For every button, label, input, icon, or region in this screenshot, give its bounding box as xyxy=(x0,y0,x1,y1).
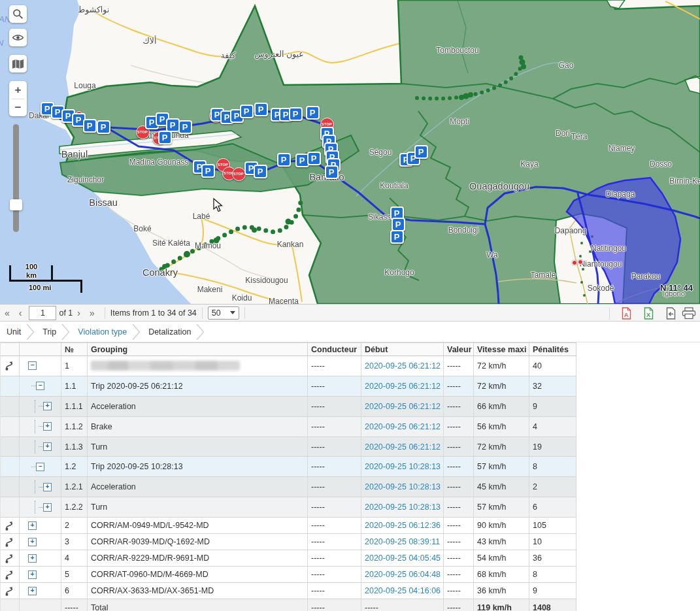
page-size-select[interactable]: 50 xyxy=(208,306,239,320)
last-page-button[interactable]: » xyxy=(85,308,99,318)
zoom-in-button[interactable]: + xyxy=(9,81,27,99)
map-geography xyxy=(0,0,700,304)
parking-marker[interactable]: P xyxy=(390,230,404,244)
start-date-link[interactable]: 2020-09-25 06:21:12 xyxy=(365,382,441,391)
parking-marker[interactable]: P xyxy=(240,105,254,118)
start-date-link[interactable]: 2020-09-25 06:21:12 xyxy=(365,422,441,431)
header-vitesse[interactable]: Vitesse maxi xyxy=(474,343,529,355)
parking-marker[interactable]: P xyxy=(178,120,192,134)
header-grouping[interactable]: Grouping xyxy=(88,343,308,355)
pdf-export-button[interactable]: A xyxy=(615,305,637,322)
parking-marker[interactable]: P xyxy=(307,152,321,165)
header-valeur[interactable]: Valeur xyxy=(444,343,474,355)
start-date-link[interactable]: 2020-09-25 08:39:11 xyxy=(365,537,440,546)
table-row[interactable]: +1.1.1Acceleration-----2020-09-25 06:21:… xyxy=(1,397,576,417)
table-row[interactable]: +5CORR/AT-0960-MD/M-4669-MD-----2020-09-… xyxy=(1,567,576,583)
header-penalites[interactable]: Pénalités xyxy=(529,343,576,355)
page-number-input[interactable] xyxy=(29,306,56,320)
zoom-out-button[interactable]: − xyxy=(9,99,27,117)
table-row[interactable]: +2CORR/AM-0949-MD/L-9542-MD-----2020-09-… xyxy=(1,518,576,534)
row-icon-cell xyxy=(1,518,20,533)
map-layers-button[interactable] xyxy=(9,55,27,73)
header-num[interactable]: № xyxy=(61,343,88,355)
parking-marker[interactable]: P xyxy=(254,103,268,116)
redacted-unit-name xyxy=(91,361,240,371)
table-row[interactable]: −1.1Trip 2020-09-25 06:21:12-----2020-09… xyxy=(1,376,576,397)
parking-marker[interactable]: P xyxy=(306,106,320,120)
parking-marker[interactable]: P xyxy=(392,218,405,231)
table-row[interactable]: +1.2.1Acceleration-----2020-09-25 10:28:… xyxy=(1,477,576,497)
svg-text:X: X xyxy=(646,312,650,318)
start-date-link[interactable]: 2020-09-25 06:12:36 xyxy=(365,521,441,530)
parking-marker[interactable]: P xyxy=(277,153,291,167)
items-range-label: Items from 1 to 34 of 34 xyxy=(110,308,197,318)
start-date-link[interactable]: 2020-09-25 06:21:12 xyxy=(365,442,441,452)
map-search-button[interactable] xyxy=(9,5,27,23)
table-row[interactable]: −1-----2020-09-25 06:21:12-----72 km/h40 xyxy=(1,356,576,376)
table-row[interactable]: −1.2Trip 2020-09-25 10:28:13-----2020-09… xyxy=(1,457,576,477)
parking-marker[interactable]: P xyxy=(201,164,215,178)
parking-marker[interactable]: P xyxy=(158,131,172,144)
row-vitesse: 66 km/h xyxy=(474,397,529,416)
first-page-button[interactable]: « xyxy=(0,308,14,318)
tab-unit[interactable]: Unit xyxy=(0,327,25,337)
expand-toggle[interactable]: + xyxy=(43,422,52,431)
expand-toggle[interactable]: + xyxy=(43,442,52,451)
expand-toggle[interactable]: + xyxy=(28,587,37,595)
parking-marker[interactable]: P xyxy=(97,120,110,134)
start-date-link[interactable]: 2020-09-25 10:28:13 xyxy=(365,462,441,471)
red-dot-marker[interactable] xyxy=(578,259,583,265)
expand-toggle[interactable]: − xyxy=(36,463,44,471)
table-row[interactable]: +1.1.3Turn-----2020-09-25 06:21:12-----7… xyxy=(1,437,576,457)
row-number: 3 xyxy=(61,534,88,550)
row-conducteur: ----- xyxy=(308,477,361,497)
parking-marker[interactable]: P xyxy=(83,119,97,133)
expand-toggle[interactable]: + xyxy=(43,503,52,512)
expand-toggle[interactable]: + xyxy=(28,538,37,546)
red-dot-marker[interactable] xyxy=(572,260,577,265)
zoom-slider-handle[interactable] xyxy=(10,199,22,210)
table-row[interactable]: +1.1.2Brake-----2020-09-25 06:21:12-----… xyxy=(1,417,576,437)
parking-marker[interactable]: P xyxy=(254,165,267,178)
zoom-slider[interactable] xyxy=(13,124,19,232)
map-canvas[interactable]: نواكشوطألاككيفةعيون العتروسTombouctouGao… xyxy=(0,0,700,304)
expand-toggle[interactable]: + xyxy=(28,570,37,579)
start-date-link[interactable]: 2020-09-25 04:05:45 xyxy=(365,553,441,563)
start-date-link[interactable]: 2020-09-25 06:21:12 xyxy=(365,402,441,411)
stop-violation-marker[interactable]: STOP xyxy=(232,167,246,181)
row-penalites: 19 xyxy=(529,437,576,457)
expand-toggle[interactable]: − xyxy=(36,382,44,390)
row-vitesse: 72 km/h xyxy=(474,437,529,457)
export-file-button[interactable] xyxy=(659,305,682,322)
parking-marker[interactable]: P xyxy=(289,107,303,121)
start-date-link[interactable]: 2020-09-25 04:16:06 xyxy=(365,586,441,595)
map-visibility-button[interactable] xyxy=(9,29,27,46)
table-row[interactable]: +3CORR/AR-9039-MD/Q-1692-MD-----2020-09-… xyxy=(1,534,576,550)
start-date-link[interactable]: 2020-09-25 10:28:13 xyxy=(365,482,441,491)
tab-violation-type[interactable]: Violation type xyxy=(71,327,131,337)
start-date-link[interactable]: 2020-09-25 06:21:12 xyxy=(365,361,441,371)
table-row[interactable]: +1.2.2Turn-----2020-09-25 10:28:13-----5… xyxy=(1,497,576,518)
tab-trip[interactable]: Trip xyxy=(36,327,60,337)
prev-page-button[interactable]: ‹ xyxy=(14,308,27,318)
expand-toggle[interactable]: − xyxy=(28,361,37,370)
table-row[interactable]: +4CORR/AR-9229-MD/R-9691-MD-----2020-09-… xyxy=(1,550,576,567)
parking-marker[interactable]: P xyxy=(325,165,339,179)
parking-marker[interactable]: P xyxy=(414,145,428,159)
expand-toggle[interactable]: + xyxy=(28,521,37,530)
print-button[interactable] xyxy=(682,305,699,322)
excel-export-button[interactable]: X xyxy=(637,305,659,322)
row-number: 1.1.2 xyxy=(61,417,88,437)
expand-toggle[interactable]: + xyxy=(43,483,52,491)
header-debut[interactable]: Début xyxy=(361,343,444,355)
header-conducteur[interactable]: Conducteur xyxy=(308,343,361,355)
start-date-link[interactable]: 2020-09-25 06:04:48 xyxy=(365,570,441,579)
total-valeur: ----- xyxy=(444,599,474,611)
expand-toggle[interactable]: + xyxy=(28,554,37,563)
parking-marker[interactable]: P xyxy=(166,118,180,132)
table-row[interactable]: +6CORR/AX-3633-MD/AX-3651-MD-----2020-09… xyxy=(1,583,576,599)
expand-toggle[interactable]: + xyxy=(43,402,52,410)
start-date-link[interactable]: 2020-09-25 10:28:13 xyxy=(365,503,441,512)
next-page-button[interactable]: › xyxy=(73,308,85,318)
tab-detalization[interactable]: Detalization xyxy=(142,327,195,337)
